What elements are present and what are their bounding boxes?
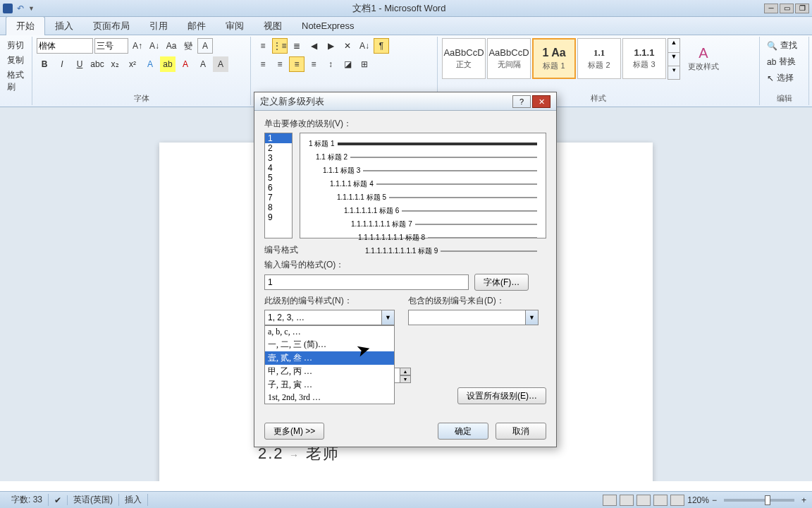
draft-view[interactable]	[670, 495, 684, 506]
shading-button[interactable]: ◪	[340, 56, 355, 72]
more-button[interactable]: 更多(M) >>	[264, 423, 324, 440]
styles-gallery-button[interactable]: ▾	[668, 66, 679, 79]
change-case-button[interactable]: Aa	[164, 38, 179, 54]
number-style-combo[interactable]: 1, 2, 3, … ▼ a, b, c, … 一, 二, 三 (简)… 壹, …	[264, 310, 395, 325]
dialog-titlebar[interactable]: 定义新多级列表 ? ✕	[254, 92, 556, 111]
proofing-icon[interactable]: ✔	[49, 495, 68, 505]
font-button[interactable]: 字体(F)…	[474, 274, 529, 291]
style-heading2[interactable]: 1.1标题 2	[577, 38, 621, 79]
superscript-button[interactable]: x²	[125, 56, 140, 72]
font-group-label: 字体	[32, 93, 250, 104]
style-heading1[interactable]: 1 Aa标题 1	[532, 38, 576, 79]
tab-review[interactable]: 审阅	[216, 17, 254, 35]
ok-button[interactable]: 确定	[438, 423, 488, 440]
click-level-label: 单击要修改的级别(V)：	[264, 118, 546, 130]
level-list[interactable]: 1 2 3 4 5 6 7 8 9	[264, 133, 293, 238]
zoom-in-button[interactable]: +	[801, 495, 806, 505]
format-painter-button[interactable]: 格式刷	[7, 68, 27, 95]
tab-view[interactable]: 视图	[254, 17, 292, 35]
tab-home[interactable]: 开始	[6, 16, 45, 35]
change-styles-button[interactable]: A更改样式	[682, 38, 725, 79]
zoom-level[interactable]: 120%	[687, 495, 709, 505]
help-button[interactable]: ?	[512, 95, 531, 108]
tab-insert[interactable]: 插入	[45, 17, 83, 35]
qat-undo-icon[interactable]: ↶	[17, 4, 24, 13]
italic-button[interactable]: I	[54, 56, 70, 72]
font-size-select[interactable]	[94, 38, 128, 54]
spin-down[interactable]: ▼	[400, 375, 411, 383]
set-all-levels-button[interactable]: 设置所有级别(E)…	[457, 387, 546, 404]
tab-noteexpress[interactable]: NoteExpress	[292, 18, 364, 34]
decrease-indent-button[interactable]: ◀	[306, 38, 321, 54]
shrink-font-button[interactable]: A↓	[147, 38, 162, 54]
maximize-button[interactable]: ▭	[780, 4, 794, 13]
window-controls: ─ ▭ ❐	[764, 4, 809, 13]
font-name-select[interactable]	[37, 38, 93, 54]
borders-button[interactable]: ⊞	[357, 56, 372, 72]
align-center-button[interactable]: ≡	[272, 56, 288, 72]
preview-box: 1 标题 1 1.1 标题 2 1.1.1 标题 3 1.1.1.1 标题 4 …	[300, 133, 546, 238]
strikethrough-button[interactable]: abc	[90, 56, 105, 72]
cut-button[interactable]: 剪切	[7, 38, 27, 53]
styles-scroll-up[interactable]: ▲	[668, 39, 679, 52]
tab-layout[interactable]: 页面布局	[83, 17, 140, 35]
style-heading3[interactable]: 1.1.1标题 3	[622, 38, 666, 79]
increase-indent-button[interactable]: ▶	[323, 38, 338, 54]
tab-mailings[interactable]: 邮件	[178, 17, 216, 35]
align-distribute-button[interactable]: ≡	[306, 56, 321, 72]
copy-button[interactable]: 复制	[7, 53, 27, 68]
fullscreen-view[interactable]	[620, 495, 634, 506]
find-button[interactable]: 🔍查找	[764, 38, 804, 53]
style-label: 此级别的编号样式(N)：	[264, 295, 402, 307]
web-layout-view[interactable]	[636, 495, 651, 506]
level-item: 6	[265, 183, 292, 193]
line-spacing-button[interactable]: ↕	[323, 56, 338, 72]
spin-up[interactable]: ▲	[400, 368, 411, 375]
format-input[interactable]	[264, 274, 469, 290]
restore-button[interactable]: ❐	[795, 4, 809, 13]
include-level-combo[interactable]: ▼	[408, 310, 539, 325]
highlight-button[interactable]: ab	[160, 56, 176, 72]
replace-button[interactable]: ab替换	[764, 54, 804, 69]
sort-button[interactable]: A↓	[357, 38, 372, 54]
select-button[interactable]: ↖选择	[764, 71, 804, 85]
cancel-button[interactable]: 取消	[496, 423, 546, 440]
styles-scroll-down[interactable]: ▼	[668, 52, 679, 66]
zoom-out-button[interactable]: −	[712, 495, 717, 505]
bold-button[interactable]: B	[37, 56, 52, 72]
underline-button[interactable]: U	[72, 56, 87, 72]
language-status[interactable]: 英语(英国)	[68, 494, 119, 506]
ribbon-tabs: 开始 插入 页面布局 引用 邮件 审阅 视图 NoteExpress	[0, 17, 812, 35]
close-button[interactable]: ✕	[532, 95, 550, 108]
word-count[interactable]: 字数: 33	[6, 494, 49, 506]
subscript-button[interactable]: x₂	[107, 56, 123, 72]
zoom-slider[interactable]	[724, 499, 794, 502]
char-border-button[interactable]: A	[195, 56, 211, 72]
clear-formatting-button[interactable]: A	[197, 38, 213, 54]
multilevel-button[interactable]: ≣	[289, 38, 304, 54]
replace-icon: ab	[767, 57, 776, 67]
char-shading-button[interactable]: A	[213, 56, 228, 72]
insert-mode[interactable]: 插入	[119, 494, 148, 506]
qat-dropdown-icon[interactable]: ▼	[28, 5, 35, 12]
style-dropdown-list[interactable]: a, b, c, … 一, 二, 三 (简)… 壹, 贰, 叁 … 甲, 乙, …	[264, 325, 395, 404]
style-normal[interactable]: AaBbCcD正文	[442, 38, 486, 79]
grow-font-button[interactable]: A↑	[130, 38, 145, 54]
align-left-button[interactable]: ≡	[255, 56, 271, 72]
show-marks-button[interactable]: ¶	[374, 38, 389, 54]
align-justify-button[interactable]: ≡	[289, 56, 304, 72]
phonetic-button[interactable]: 變	[180, 38, 196, 54]
numbering-button[interactable]: ⋮≡	[272, 38, 288, 54]
bullets-button[interactable]: ≡	[255, 38, 271, 54]
asian-layout-button[interactable]: ✕	[340, 38, 355, 54]
outline-view[interactable]	[653, 495, 668, 506]
minimize-button[interactable]: ─	[764, 4, 778, 13]
font-color-button[interactable]: A	[178, 56, 193, 72]
tab-references[interactable]: 引用	[140, 17, 178, 35]
word-icon	[3, 4, 13, 13]
style-nospace[interactable]: AaBbCcD无间隔	[487, 38, 531, 79]
level-item: 7	[265, 193, 292, 202]
print-layout-view[interactable]	[603, 495, 617, 506]
multilevel-list-dialog: 定义新多级列表 ? ✕ 单击要修改的级别(V)： 1 2 3 4 5 6 7 8…	[254, 92, 557, 447]
text-effects-button[interactable]: A	[142, 56, 158, 72]
